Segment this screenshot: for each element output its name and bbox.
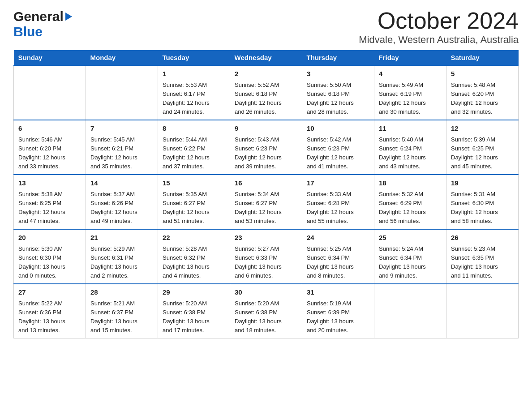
- day-number: 4: [379, 69, 442, 79]
- title-area: October 2024 Midvale, Western Australia,…: [359, 9, 519, 46]
- calendar-day-cell: 16Sunrise: 5:34 AM Sunset: 6:27 PM Dayli…: [230, 175, 302, 229]
- day-number: 10: [307, 124, 369, 134]
- day-number: 7: [90, 124, 153, 134]
- logo-general-text: General: [13, 9, 64, 24]
- calendar-day-cell: 19Sunrise: 5:31 AM Sunset: 6:30 PM Dayli…: [446, 175, 519, 229]
- calendar-day-cell: 2Sunrise: 5:52 AM Sunset: 6:18 PM Daylig…: [230, 65, 302, 120]
- day-info: Sunrise: 5:19 AM Sunset: 6:39 PM Dayligh…: [307, 299, 369, 335]
- day-info: Sunrise: 5:48 AM Sunset: 6:20 PM Dayligh…: [451, 81, 514, 117]
- day-info: Sunrise: 5:44 AM Sunset: 6:22 PM Dayligh…: [163, 135, 225, 171]
- calendar-week-row: 20Sunrise: 5:30 AM Sunset: 6:30 PM Dayli…: [14, 229, 519, 284]
- calendar-week-row: 6Sunrise: 5:46 AM Sunset: 6:20 PM Daylig…: [14, 120, 519, 175]
- calendar-day-cell: 26Sunrise: 5:23 AM Sunset: 6:35 PM Dayli…: [446, 229, 519, 284]
- day-info: Sunrise: 5:42 AM Sunset: 6:23 PM Dayligh…: [307, 135, 369, 171]
- calendar-day-cell: 10Sunrise: 5:42 AM Sunset: 6:23 PM Dayli…: [302, 120, 374, 175]
- day-info: Sunrise: 5:46 AM Sunset: 6:20 PM Dayligh…: [18, 135, 81, 171]
- calendar-day-cell: 7Sunrise: 5:45 AM Sunset: 6:21 PM Daylig…: [86, 120, 158, 175]
- calendar-day-cell: 24Sunrise: 5:25 AM Sunset: 6:34 PM Dayli…: [302, 229, 374, 284]
- calendar-day-cell: 22Sunrise: 5:28 AM Sunset: 6:32 PM Dayli…: [158, 229, 230, 284]
- day-info: Sunrise: 5:22 AM Sunset: 6:36 PM Dayligh…: [18, 299, 81, 335]
- day-number: 22: [163, 233, 225, 243]
- day-info: Sunrise: 5:38 AM Sunset: 6:25 PM Dayligh…: [18, 190, 81, 226]
- calendar-day-header: Wednesday: [230, 50, 302, 65]
- calendar-day-cell: [86, 65, 158, 120]
- day-info: Sunrise: 5:21 AM Sunset: 6:37 PM Dayligh…: [90, 299, 153, 335]
- day-info: Sunrise: 5:25 AM Sunset: 6:34 PM Dayligh…: [307, 244, 369, 281]
- calendar-day-cell: 31Sunrise: 5:19 AM Sunset: 6:39 PM Dayli…: [302, 284, 374, 338]
- calendar-table: SundayMondayTuesdayWednesdayThursdayFrid…: [13, 50, 519, 338]
- day-number: 23: [235, 233, 297, 243]
- day-info: Sunrise: 5:33 AM Sunset: 6:28 PM Dayligh…: [307, 190, 369, 226]
- calendar-day-cell: 27Sunrise: 5:22 AM Sunset: 6:36 PM Dayli…: [14, 284, 86, 338]
- calendar-day-cell: 11Sunrise: 5:40 AM Sunset: 6:24 PM Dayli…: [374, 120, 446, 175]
- calendar-week-row: 13Sunrise: 5:38 AM Sunset: 6:25 PM Dayli…: [14, 175, 519, 229]
- calendar-day-cell: [374, 284, 446, 338]
- day-number: 24: [307, 233, 369, 243]
- day-number: 17: [307, 178, 369, 188]
- day-info: Sunrise: 5:37 AM Sunset: 6:26 PM Dayligh…: [90, 190, 153, 226]
- day-number: 26: [451, 233, 514, 243]
- calendar-day-header: Friday: [374, 50, 446, 65]
- calendar-day-cell: 21Sunrise: 5:29 AM Sunset: 6:31 PM Dayli…: [86, 229, 158, 284]
- calendar-day-cell: 6Sunrise: 5:46 AM Sunset: 6:20 PM Daylig…: [14, 120, 86, 175]
- day-number: 8: [163, 124, 225, 134]
- day-info: Sunrise: 5:31 AM Sunset: 6:30 PM Dayligh…: [451, 190, 514, 226]
- day-number: 3: [307, 69, 369, 79]
- day-info: Sunrise: 5:35 AM Sunset: 6:27 PM Dayligh…: [163, 190, 225, 226]
- day-number: 9: [235, 124, 297, 134]
- day-number: 27: [18, 287, 81, 298]
- calendar-day-cell: 18Sunrise: 5:32 AM Sunset: 6:29 PM Dayli…: [374, 175, 446, 229]
- day-info: Sunrise: 5:20 AM Sunset: 6:38 PM Dayligh…: [163, 299, 225, 335]
- day-info: Sunrise: 5:23 AM Sunset: 6:35 PM Dayligh…: [451, 244, 514, 281]
- calendar-day-cell: 29Sunrise: 5:20 AM Sunset: 6:38 PM Dayli…: [158, 284, 230, 338]
- day-number: 19: [451, 178, 514, 188]
- day-number: 5: [451, 69, 514, 79]
- day-number: 18: [379, 178, 442, 188]
- calendar-day-cell: 12Sunrise: 5:39 AM Sunset: 6:25 PM Dayli…: [446, 120, 519, 175]
- calendar-day-header: Thursday: [302, 50, 374, 65]
- day-number: 15: [163, 178, 225, 188]
- day-info: Sunrise: 5:24 AM Sunset: 6:34 PM Dayligh…: [379, 244, 442, 281]
- calendar-day-cell: [14, 65, 86, 120]
- location-title: Midvale, Western Australia, Australia: [359, 34, 519, 46]
- calendar-day-header: Saturday: [446, 50, 519, 65]
- calendar-day-header: Tuesday: [158, 50, 230, 65]
- calendar-day-cell: 3Sunrise: 5:50 AM Sunset: 6:18 PM Daylig…: [302, 65, 374, 120]
- calendar-day-cell: 17Sunrise: 5:33 AM Sunset: 6:28 PM Dayli…: [302, 175, 374, 229]
- calendar-day-cell: 14Sunrise: 5:37 AM Sunset: 6:26 PM Dayli…: [86, 175, 158, 229]
- calendar-day-cell: 30Sunrise: 5:20 AM Sunset: 6:38 PM Dayli…: [230, 284, 302, 338]
- calendar-day-cell: 9Sunrise: 5:43 AM Sunset: 6:23 PM Daylig…: [230, 120, 302, 175]
- day-number: 1: [163, 69, 225, 79]
- calendar-day-header: Monday: [86, 50, 158, 65]
- day-number: 25: [379, 233, 442, 243]
- day-info: Sunrise: 5:43 AM Sunset: 6:23 PM Dayligh…: [235, 135, 297, 171]
- calendar-day-cell: 13Sunrise: 5:38 AM Sunset: 6:25 PM Dayli…: [14, 175, 86, 229]
- calendar-week-row: 27Sunrise: 5:22 AM Sunset: 6:36 PM Dayli…: [14, 284, 519, 338]
- calendar-day-cell: 8Sunrise: 5:44 AM Sunset: 6:22 PM Daylig…: [158, 120, 230, 175]
- logo-arrow-icon: [65, 13, 72, 21]
- day-info: Sunrise: 5:45 AM Sunset: 6:21 PM Dayligh…: [90, 135, 153, 171]
- logo: General Blue: [13, 9, 72, 39]
- calendar-day-header: Sunday: [14, 50, 86, 65]
- day-number: 13: [18, 178, 81, 188]
- day-info: Sunrise: 5:29 AM Sunset: 6:31 PM Dayligh…: [90, 244, 153, 281]
- day-info: Sunrise: 5:34 AM Sunset: 6:27 PM Dayligh…: [235, 190, 297, 226]
- day-number: 11: [379, 124, 442, 134]
- page-header: General Blue October 2024 Midvale, Weste…: [13, 9, 519, 46]
- day-info: Sunrise: 5:30 AM Sunset: 6:30 PM Dayligh…: [18, 244, 81, 281]
- logo-blue-text: Blue: [13, 24, 43, 39]
- day-number: 30: [235, 287, 297, 298]
- day-info: Sunrise: 5:50 AM Sunset: 6:18 PM Dayligh…: [307, 81, 369, 117]
- day-number: 6: [18, 124, 81, 134]
- calendar-day-cell: 5Sunrise: 5:48 AM Sunset: 6:20 PM Daylig…: [446, 65, 519, 120]
- calendar-header-row: SundayMondayTuesdayWednesdayThursdayFrid…: [14, 50, 519, 65]
- day-info: Sunrise: 5:32 AM Sunset: 6:29 PM Dayligh…: [379, 190, 442, 226]
- calendar-day-cell: 23Sunrise: 5:27 AM Sunset: 6:33 PM Dayli…: [230, 229, 302, 284]
- calendar-day-cell: 25Sunrise: 5:24 AM Sunset: 6:34 PM Dayli…: [374, 229, 446, 284]
- day-info: Sunrise: 5:49 AM Sunset: 6:19 PM Dayligh…: [379, 81, 442, 117]
- calendar-day-cell: 1Sunrise: 5:53 AM Sunset: 6:17 PM Daylig…: [158, 65, 230, 120]
- day-info: Sunrise: 5:39 AM Sunset: 6:25 PM Dayligh…: [451, 135, 514, 171]
- day-number: 31: [307, 287, 369, 298]
- day-number: 29: [163, 287, 225, 298]
- day-number: 16: [235, 178, 297, 188]
